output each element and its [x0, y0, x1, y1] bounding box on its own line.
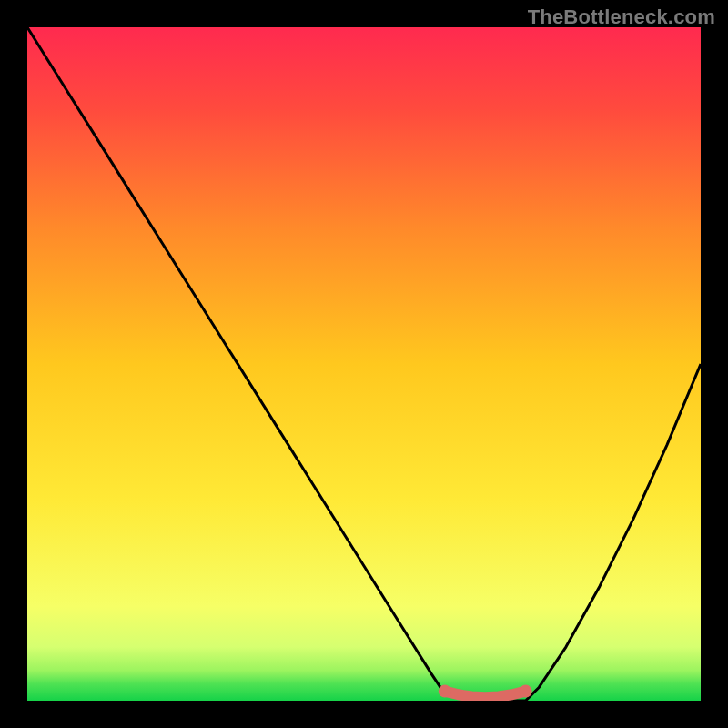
plot-area — [27, 27, 701, 701]
plot-svg — [27, 27, 701, 701]
watermark-label: TheBottleneck.com — [528, 5, 715, 29]
optimal-range-marker — [445, 692, 526, 698]
optimal-range-endpoint — [520, 685, 532, 698]
chart-stage: TheBottleneck.com — [0, 0, 728, 728]
optimal-range-endpoint — [439, 685, 451, 698]
gradient-background — [27, 27, 701, 701]
